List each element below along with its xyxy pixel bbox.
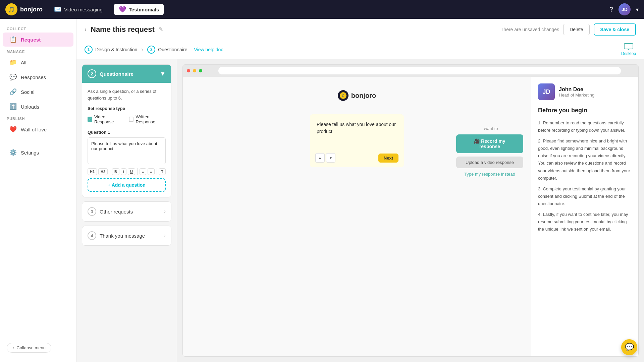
format-toolbar: H1 H2 B I U ≡ ≡ T xyxy=(88,168,166,175)
format-bold-button[interactable]: B xyxy=(112,168,119,175)
format-text-button[interactable]: T xyxy=(159,168,166,175)
step-1-number: 1 xyxy=(85,46,93,54)
view-help-link[interactable]: View help doc xyxy=(194,47,223,52)
preview-area: 🎵 bonjoro Please tell us what you love a… xyxy=(177,59,644,362)
preview-upload-button[interactable]: Upload a video response xyxy=(456,157,523,168)
thank-you-num: 4 xyxy=(88,231,96,240)
add-question-button[interactable]: + Add a question xyxy=(88,178,166,192)
preview-brand-name: bonjoro xyxy=(351,92,376,100)
chat-bubble-button[interactable]: 💬 xyxy=(621,339,637,355)
preview-instruction-3: 3. Complete your testimonial by granting… xyxy=(538,185,632,207)
preview-instruction-4: 4. Lastly, if you want to continue later… xyxy=(538,211,632,233)
sidebar-item-social[interactable]: 🔗 Social xyxy=(3,85,73,99)
other-requests-arrow: › xyxy=(164,208,166,215)
user-menu-chevron[interactable]: ▾ xyxy=(636,6,639,13)
preview-question-card: Please tell us what you love about our p… xyxy=(310,114,404,167)
sidebar-item-all[interactable]: 📁 All xyxy=(3,55,73,69)
format-ordered-list-button[interactable]: ≡ xyxy=(148,168,154,175)
format-italic-button[interactable]: I xyxy=(121,168,126,175)
preview-question-text: Please tell us what you love about our p… xyxy=(317,121,397,135)
sidebar-divider xyxy=(7,141,69,141)
steps-bar: 1 Design & Instruction › 2 Questionnaire… xyxy=(76,40,644,59)
format-h1-button[interactable]: H1 xyxy=(88,168,97,175)
save-close-button[interactable]: Save & close xyxy=(594,23,636,36)
questionnaire-body: Ask a single question, or a series of qu… xyxy=(82,83,171,197)
sidebar-item-uploads[interactable]: ⬆️ Uploads xyxy=(3,100,73,114)
top-navigation: 🎵 bonjoro ✉️ Video messaging 💜 Testimoni… xyxy=(0,0,644,19)
desktop-view-button[interactable]: Desktop xyxy=(621,43,636,56)
preview-user-name: John Doe xyxy=(559,86,594,93)
all-icon: 📁 xyxy=(9,59,17,66)
nav-video-messaging[interactable]: ✉️ Video messaging xyxy=(49,4,107,15)
preview-instruction-2: 2. Please find somewhere nice and bright… xyxy=(538,137,632,182)
delete-button[interactable]: Delete xyxy=(563,24,589,35)
uploads-icon: ⬆️ xyxy=(9,103,17,110)
help-button[interactable]: ? xyxy=(609,6,613,13)
step-2-label: Questionnaire xyxy=(158,47,187,52)
sidebar-item-wall[interactable]: ❤️ Wall of love xyxy=(3,122,73,136)
topnav-right-area: ? JD ▾ xyxy=(609,3,639,15)
responses-icon: 💬 xyxy=(9,73,17,81)
collapse-chevron-icon: ‹ xyxy=(12,345,14,350)
mockup-body: 🎵 bonjoro Please tell us what you love a… xyxy=(183,77,638,356)
bonjoro-logo-icon: 🎵 xyxy=(5,3,17,15)
thank-you-card[interactable]: 4 Thank you message › xyxy=(82,226,171,246)
thank-you-title: Thank you message xyxy=(100,233,164,239)
preview-prev-button[interactable]: ▲ xyxy=(315,153,325,163)
format-underline-button[interactable]: U xyxy=(128,168,135,175)
written-response-label: Written Response xyxy=(136,114,166,124)
back-button[interactable]: ‹ xyxy=(85,26,87,33)
preview-nav-arrows: ▲ ▼ xyxy=(315,153,335,163)
nav-video-messaging-label: Video messaging xyxy=(64,7,103,12)
preview-next-question-button[interactable]: Next xyxy=(378,154,398,163)
wall-icon: ❤️ xyxy=(9,126,17,133)
preview-user-initials: JD xyxy=(542,88,550,96)
question-1-input[interactable]: Please tell us what you love about our p… xyxy=(88,137,166,164)
preview-type-instead[interactable]: Type my response instead xyxy=(464,172,515,177)
user-avatar[interactable]: JD xyxy=(619,3,631,15)
sidebar-social-label: Social xyxy=(21,89,35,95)
preview-response-actions: I want to 🎥 Record my response Upload a … xyxy=(456,126,523,177)
step-2-questionnaire[interactable]: 2 Questionnaire xyxy=(147,46,187,54)
sidebar-item-settings[interactable]: ⚙️ Settings xyxy=(3,145,73,160)
format-list-button[interactable]: ≡ xyxy=(140,168,146,175)
edit-title-button[interactable]: ✎ xyxy=(159,26,163,33)
video-checkbox[interactable]: ✓ xyxy=(88,117,92,122)
collapse-label: Collapse menu xyxy=(16,345,46,350)
brand-name: bonjoro xyxy=(20,6,43,13)
toolbar-separator-1 xyxy=(110,168,110,175)
preview-next-button[interactable]: ▼ xyxy=(326,153,335,163)
preview-instruction-1: 1. Remember to read the questions carefu… xyxy=(538,119,632,134)
social-icon: 🔗 xyxy=(9,88,17,96)
preview-record-button[interactable]: 🎥 Record my response xyxy=(456,134,523,153)
other-requests-card[interactable]: 3 Other requests › xyxy=(82,201,171,222)
response-type-label: Set response type xyxy=(88,106,166,111)
other-requests-title: Other requests xyxy=(100,209,164,215)
written-response-option[interactable]: Written Response xyxy=(129,114,166,124)
video-response-option[interactable]: ✓ Video Response xyxy=(88,114,122,124)
topbar-right: There are unsaved changes Delete Save & … xyxy=(501,23,636,36)
questionnaire-collapse-icon[interactable]: ▼ xyxy=(160,70,166,77)
brand-logo-area: 🎵 bonjoro xyxy=(5,3,43,15)
sidebar-item-request[interactable]: 📋 Request xyxy=(3,33,73,47)
collapse-menu-button[interactable]: ‹ Collapse menu xyxy=(7,343,51,353)
sidebar-item-responses[interactable]: 💬 Responses xyxy=(3,70,73,84)
step-1-design[interactable]: 1 Design & Instruction xyxy=(85,46,137,54)
format-h2-button[interactable]: H2 xyxy=(98,168,108,175)
preview-i-want-to: I want to xyxy=(481,126,498,131)
thank-you-arrow: › xyxy=(164,233,166,239)
thank-you-header: 4 Thank you message › xyxy=(82,226,171,245)
question-1-label: Question 1 xyxy=(88,130,166,135)
step-1-label: Design & Instruction xyxy=(95,47,137,52)
nav-testimonials[interactable]: 💜 Testimonials xyxy=(114,4,164,15)
sidebar-bottom: ‹ Collapse menu xyxy=(0,339,76,357)
written-checkbox[interactable] xyxy=(129,117,133,122)
request-icon: 📋 xyxy=(9,36,17,43)
collect-section-label: COLLECT xyxy=(0,24,76,32)
response-options: ✓ Video Response Written Response xyxy=(88,114,166,124)
step-arrow-1: › xyxy=(141,46,143,53)
mockup-right-panel: JD John Doe Head of Marketing Before you… xyxy=(531,77,638,356)
questionnaire-description: Ask a single question, or a series of qu… xyxy=(88,88,166,101)
testimonials-icon: 💜 xyxy=(119,6,126,13)
questionnaire-step-num: 2 xyxy=(88,69,96,78)
